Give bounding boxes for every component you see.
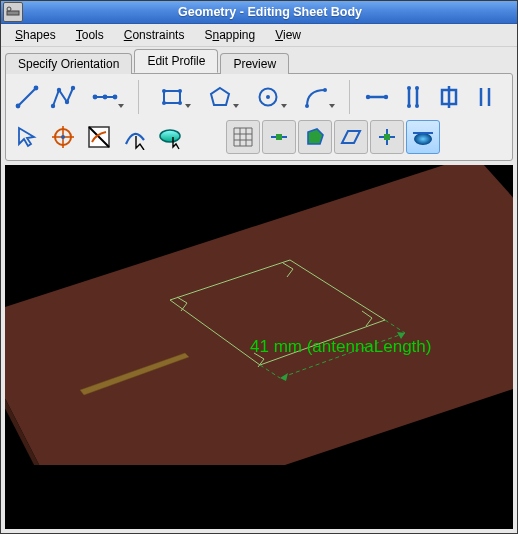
menu-constraints[interactable]: Constraints [116,26,193,44]
svg-point-29 [407,104,411,108]
polyline-tool[interactable] [46,80,80,114]
toolbar-row-1 [10,80,508,114]
line-tool[interactable] [10,80,44,114]
select-tool[interactable] [10,120,44,154]
tab-edit-profile[interactable]: Edit Profile [134,49,218,73]
svg-line-2 [18,88,36,106]
svg-point-3 [16,104,21,109]
svg-rect-13 [164,91,180,103]
svg-point-4 [34,86,39,91]
fillet-tool[interactable] [293,80,339,114]
toolbar [5,73,513,161]
chevron-down-icon [185,104,191,108]
tabstrip: Specify Orientation Edit Profile Preview [1,49,517,73]
svg-marker-52 [308,129,323,144]
svg-point-6 [57,88,61,92]
svg-point-20 [266,95,270,99]
vertical-constraint[interactable] [396,80,430,114]
svg-point-7 [65,100,69,104]
multipoint-tool[interactable] [82,80,128,114]
svg-point-25 [384,95,388,99]
separator [349,80,350,114]
svg-rect-51 [276,134,282,140]
intersection-snap[interactable] [370,120,404,154]
menubar: Shapes Tools Constraints Snapping View [1,24,517,47]
svg-point-1 [7,7,11,11]
svg-point-16 [162,101,166,105]
viewport[interactable]: 41 mm (antennaLength) [5,165,513,529]
app-icon [3,2,23,22]
svg-point-28 [407,86,411,90]
svg-point-22 [323,88,327,92]
chevron-down-icon [233,104,239,108]
svg-point-10 [93,95,98,100]
chevron-down-icon [329,104,335,108]
target-tool[interactable] [46,120,80,154]
svg-point-39 [61,135,65,139]
dimension-label[interactable]: 41 mm (antennaLength) [250,337,431,357]
menu-tools[interactable]: Tools [68,26,112,44]
window-title: Geometry - Editing Sheet Body [23,5,517,19]
toolbar-row-2 [10,120,508,154]
tangent-snap[interactable] [406,120,440,154]
svg-rect-56 [384,134,390,140]
polygon-snap[interactable] [298,120,332,154]
mask-brush-tool[interactable] [82,120,116,154]
ellipse-tool[interactable] [245,80,291,114]
svg-point-5 [51,104,55,108]
svg-point-21 [305,104,309,108]
coincident-constraint[interactable] [432,80,466,114]
curve-select-tool[interactable] [118,120,152,154]
chevron-down-icon [118,104,124,108]
tab-specify-orientation[interactable]: Specify Orientation [5,53,132,74]
svg-point-57 [414,133,432,145]
menu-snapping[interactable]: Snapping [196,26,263,44]
svg-point-8 [71,86,75,90]
midpoint-snap[interactable] [262,120,296,154]
menu-view[interactable]: View [267,26,309,44]
svg-point-15 [178,89,182,93]
endpoint-constraint[interactable] [468,80,502,114]
svg-point-17 [178,101,182,105]
menu-shapes-rest: hapes [23,28,56,42]
polygon-tool[interactable] [197,80,243,114]
horizontal-constraint[interactable] [360,80,394,114]
svg-marker-18 [211,88,229,105]
svg-point-14 [162,89,166,93]
loop-select-tool[interactable] [154,120,188,154]
svg-point-12 [113,95,118,100]
titlebar: Geometry - Editing Sheet Body [1,1,517,24]
svg-point-31 [415,104,419,108]
grid-snap[interactable] [226,120,260,154]
svg-point-41 [160,130,180,142]
rectangle-tool[interactable] [149,80,195,114]
tab-preview[interactable]: Preview [220,53,289,74]
separator [138,80,139,114]
svg-marker-53 [342,131,360,143]
chevron-down-icon [281,104,287,108]
snap-group [226,120,440,154]
svg-point-30 [415,86,419,90]
svg-point-24 [366,95,370,99]
svg-rect-0 [7,11,19,15]
parallel-snap[interactable] [334,120,368,154]
svg-marker-59 [5,165,513,465]
menu-shapes[interactable]: Shapes [7,26,64,44]
svg-point-11 [103,95,108,100]
